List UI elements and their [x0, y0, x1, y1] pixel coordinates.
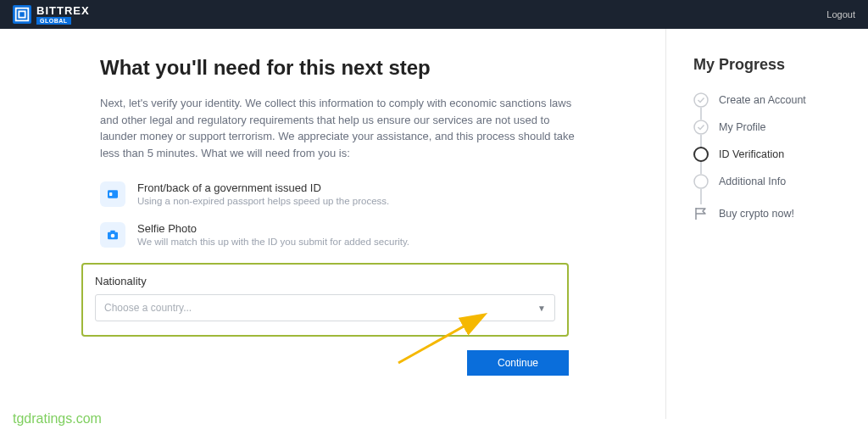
- camera-icon: [100, 222, 125, 248]
- check-icon: [693, 120, 709, 135]
- progress-step-additional-info: Additional Info: [693, 174, 852, 189]
- svg-point-7: [694, 93, 708, 107]
- req-id-title: Front/back of a government issued ID: [137, 181, 389, 194]
- main-content: What you'll need for this next step Next…: [0, 29, 665, 419]
- req-selfie-desc: We will match this up with the ID you su…: [137, 237, 409, 247]
- circle-icon: [693, 174, 709, 189]
- id-card-icon: [100, 181, 125, 207]
- continue-button[interactable]: Continue: [467, 350, 569, 376]
- svg-point-9: [694, 148, 708, 161]
- intro-text: Next, let's verify your identity. We col…: [100, 95, 583, 161]
- req-id-desc: Using a non-expired passport helps speed…: [137, 196, 389, 206]
- nationality-label: Nationality: [95, 275, 555, 287]
- svg-rect-6: [110, 231, 114, 233]
- svg-point-5: [111, 234, 115, 238]
- svg-rect-2: [108, 190, 118, 198]
- nationality-placeholder: Choose a country...: [104, 302, 192, 314]
- brand-logo[interactable]: BITTREX GLOBAL: [13, 5, 90, 25]
- svg-point-10: [694, 175, 708, 188]
- svg-point-8: [694, 120, 708, 134]
- page-title: What you'll need for this next step: [100, 56, 665, 80]
- requirement-id: Front/back of a government issued ID Usi…: [100, 181, 665, 207]
- requirement-selfie: Selfie Photo We will match this up with …: [100, 222, 665, 248]
- svg-rect-1: [19, 11, 25, 17]
- svg-rect-0: [16, 8, 29, 21]
- progress-step-my-profile: My Profile: [693, 120, 852, 135]
- watermark: tgdratings.com: [13, 411, 102, 427]
- req-selfie-title: Selfie Photo: [137, 222, 409, 235]
- progress-step-id-verification: ID Verification: [693, 147, 852, 162]
- sidebar-title: My Progress: [693, 56, 852, 74]
- progress-step-buy-crypto: Buy crypto now!: [693, 206, 852, 221]
- circle-icon: [693, 147, 709, 162]
- app-header: BITTREX GLOBAL Logout: [0, 0, 868, 29]
- nationality-select[interactable]: Choose a country... ▼: [95, 294, 555, 321]
- brand-sub: GLOBAL: [36, 17, 71, 25]
- check-icon: [693, 92, 709, 108]
- progress-sidebar: My Progress Create an Account My Profile: [665, 29, 860, 419]
- svg-rect-3: [109, 192, 112, 196]
- chevron-down-icon: ▼: [537, 304, 546, 313]
- brand-name: BITTREX: [36, 5, 90, 16]
- logout-link[interactable]: Logout: [826, 9, 855, 20]
- logo-icon: [13, 5, 31, 24]
- flag-icon: [693, 206, 709, 221]
- nationality-section: Nationality Choose a country... ▼: [81, 263, 569, 337]
- progress-step-create-account: Create an Account: [693, 92, 852, 108]
